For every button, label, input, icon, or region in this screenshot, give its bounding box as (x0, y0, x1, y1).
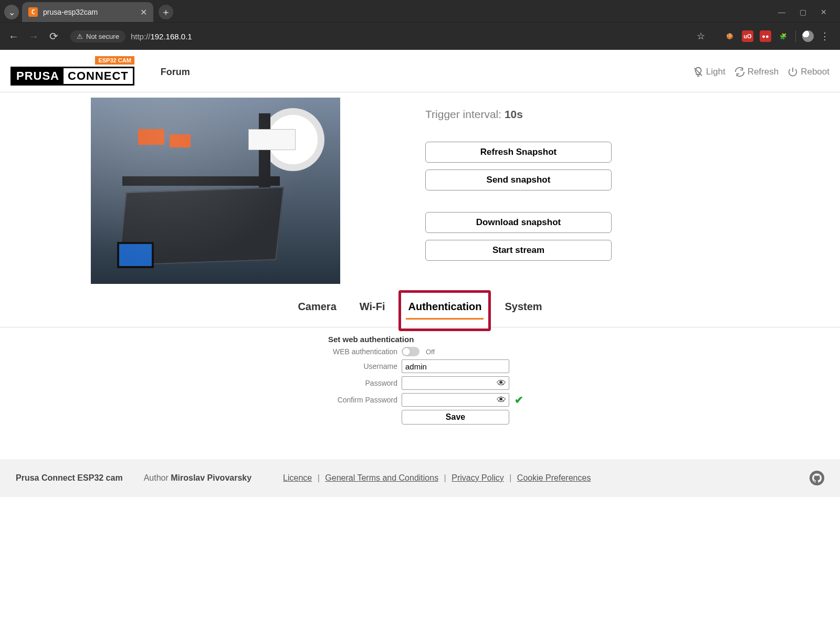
footer-terms-link[interactable]: General Terms and Conditions (325, 473, 438, 482)
browser-chrome: ⌄ C prusa-esp32cam ✕ ＋ — ▢ ✕ ← → ⟳ ⚠ Not… (0, 0, 840, 50)
extension-icons: 🍪 uO ●● 🧩 ⋮ (720, 30, 834, 42)
nav-forum-link[interactable]: Forum (161, 67, 190, 78)
tab-wifi[interactable]: Wi-Fi (358, 300, 387, 320)
tab-title: prusa-esp32cam (43, 8, 135, 16)
footer-licence-link[interactable]: Licence (283, 473, 312, 482)
security-label: Not secure (86, 33, 119, 40)
refresh-icon (734, 66, 746, 78)
bookmark-star-icon[interactable]: ☆ (691, 30, 710, 42)
extension-ublock-icon[interactable]: uO (742, 30, 753, 42)
extension-lastpass-icon[interactable]: ●● (760, 30, 771, 42)
maximize-button[interactable]: ▢ (797, 8, 808, 16)
trigger-value: 10s (505, 108, 523, 120)
start-stream-button[interactable]: Start stream (425, 240, 612, 261)
refresh-button[interactable]: Refresh (734, 66, 779, 78)
address-bar[interactable]: ⚠ Not secure http://192.168.0.1 ☆ (66, 27, 715, 46)
light-label: Light (706, 67, 726, 77)
new-tab-button[interactable]: ＋ (159, 5, 173, 19)
extension-cookie-icon[interactable]: 🍪 (724, 30, 736, 42)
browser-toolbar: ← → ⟳ ⚠ Not secure http://192.168.0.1 ☆ … (0, 22, 840, 50)
trigger-text: Trigger interval: (425, 108, 505, 120)
footer-product-name: Prusa Connect ESP32 cam (16, 473, 123, 483)
save-button[interactable]: Save (402, 410, 509, 425)
tab-strip: ⌄ C prusa-esp32cam ✕ ＋ — ▢ ✕ (0, 0, 840, 22)
footer-author-prefix: Author (144, 473, 171, 482)
confirm-password-label: Confirm Password (255, 396, 402, 404)
refresh-label: Refresh (748, 67, 779, 77)
url-text: http://192.168.0.1 (131, 32, 192, 41)
settings-tabs: Camera Wi-Fi Authentication System (0, 289, 840, 327)
download-snapshot-button[interactable]: Download snapshot (425, 212, 612, 233)
profile-avatar-icon[interactable] (802, 30, 814, 42)
auth-form-title: Set web authentication (255, 335, 585, 344)
tab-camera[interactable]: Camera (296, 300, 338, 320)
username-label: Username (255, 362, 402, 370)
favicon-icon: C (28, 7, 38, 17)
tab-system[interactable]: System (502, 300, 544, 320)
logo-badge: ESP32 CAM (95, 56, 134, 65)
browser-menu-button[interactable]: ⋮ (820, 30, 830, 42)
web-auth-toggle[interactable] (402, 347, 419, 356)
footer-links: Licence | General Terms and Conditions |… (283, 473, 591, 483)
show-confirm-password-icon[interactable]: 👁 (497, 395, 506, 406)
tab-authentication[interactable]: Authentication (406, 300, 484, 320)
trigger-interval-label: Trigger interval: 10s (425, 108, 830, 121)
close-window-button[interactable]: ✕ (818, 8, 830, 16)
send-snapshot-button[interactable]: Send snapshot (425, 169, 612, 190)
snapshot-section: Trigger interval: 10s Refresh Snapshot S… (0, 92, 840, 289)
window-controls: — ▢ ✕ (776, 8, 836, 16)
footer-author: Author Miroslav Pivovarsky (144, 473, 251, 483)
header-actions: Light Refresh Reboot (692, 66, 830, 78)
auth-form-section: Set web authentication WEB authenticatio… (0, 327, 840, 459)
power-icon (787, 66, 799, 78)
back-button[interactable]: ← (6, 30, 21, 43)
password-input[interactable] (402, 376, 509, 390)
browser-tab[interactable]: C prusa-esp32cam ✕ (22, 2, 153, 22)
url-host: 192.168.0.1 (150, 32, 192, 41)
close-tab-button[interactable]: ✕ (140, 7, 147, 17)
extensions-menu-icon[interactable]: 🧩 (778, 30, 789, 42)
web-auth-label: WEB authentication (255, 347, 402, 356)
tab-search-button[interactable]: ⌄ (4, 5, 19, 19)
forward-button[interactable]: → (26, 30, 41, 43)
warning-icon: ⚠ (77, 33, 83, 40)
reboot-label: Reboot (801, 67, 830, 77)
security-chip[interactable]: ⚠ Not secure (70, 30, 125, 43)
confirm-password-input[interactable] (402, 393, 509, 407)
username-input[interactable] (402, 359, 509, 373)
light-toggle-button[interactable]: Light (692, 66, 726, 78)
camera-snapshot-image (91, 98, 340, 284)
reboot-button[interactable]: Reboot (787, 66, 830, 78)
logo[interactable]: ESP32 CAM PRUSA CONNECT (10, 58, 134, 86)
password-match-check-icon: ✔ (514, 394, 523, 406)
page-body: ESP32 CAM PRUSA CONNECT Forum Light Refr… (0, 50, 840, 497)
logo-text-left: PRUSA (12, 68, 64, 84)
refresh-snapshot-button[interactable]: Refresh Snapshot (425, 142, 612, 163)
snapshot-controls: Trigger interval: 10s Refresh Snapshot S… (420, 98, 830, 268)
reload-button[interactable]: ⟳ (46, 30, 61, 43)
page-header: ESP32 CAM PRUSA CONNECT Forum Light Refr… (0, 50, 840, 92)
minimize-button[interactable]: — (776, 8, 788, 16)
password-label: Password (255, 379, 402, 387)
logo-mark: PRUSA CONNECT (10, 67, 134, 86)
github-icon[interactable] (810, 471, 824, 485)
footer-author-name: Miroslav Pivovarsky (171, 473, 251, 482)
logo-text-right: CONNECT (64, 68, 133, 84)
footer-privacy-link[interactable]: Privacy Policy (452, 473, 504, 482)
show-password-icon[interactable]: 👁 (497, 378, 506, 389)
footer-cookies-link[interactable]: Cookie Preferences (517, 473, 591, 482)
toggle-state-label: Off (426, 348, 435, 356)
page-footer: Prusa Connect ESP32 cam Author Miroslav … (0, 459, 840, 497)
url-scheme: http:// (131, 32, 151, 41)
toolbar-separator (795, 30, 796, 42)
lightbulb-off-icon (692, 66, 704, 78)
